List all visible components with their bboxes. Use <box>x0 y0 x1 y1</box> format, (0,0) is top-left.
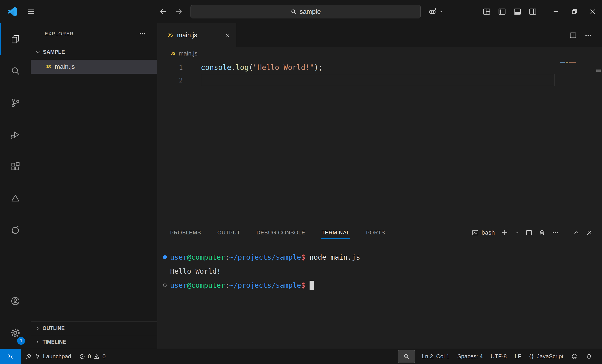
titlebar: sample <box>0 0 602 23</box>
outline-label: OUTLINE <box>43 325 65 331</box>
status-bar: Launchpad 0 0 <box>0 349 602 364</box>
circle-extension-icon[interactable] <box>0 214 31 246</box>
remote-indicator[interactable] <box>0 349 21 364</box>
customize-layout-icon[interactable] <box>482 7 491 16</box>
tab-mainjs[interactable]: JS main.js <box>157 23 236 47</box>
toggle-primary-sidebar-icon[interactable] <box>498 7 506 16</box>
sidebar-header: EXPLORER <box>31 23 157 44</box>
search-activity-icon[interactable] <box>0 55 31 87</box>
minimap-code-mark <box>560 62 565 63</box>
restore-button[interactable] <box>565 0 584 23</box>
search-icon <box>290 9 297 15</box>
line-number: 2 <box>157 74 189 87</box>
minimize-button[interactable] <box>547 0 565 23</box>
launchpad-item[interactable]: Launchpad <box>21 349 75 364</box>
file-item-mainjs[interactable]: JS main.js <box>31 60 157 74</box>
problems-item[interactable]: 0 0 <box>75 349 110 364</box>
forward-button[interactable] <box>175 8 183 16</box>
kill-terminal-trash-icon[interactable] <box>539 229 546 236</box>
accounts-icon[interactable] <box>0 285 31 317</box>
copilot-button[interactable] <box>428 7 443 16</box>
vscode-logo <box>8 7 18 17</box>
split-editor-icon[interactable] <box>569 31 577 39</box>
source-control-activity-icon[interactable] <box>0 87 31 119</box>
editor-scrollbar[interactable] <box>595 60 602 223</box>
timeline-section-header[interactable]: TIMELINE <box>31 335 157 349</box>
close-panel-icon[interactable] <box>586 229 593 236</box>
code-line-2-current <box>201 74 555 86</box>
breadcrumb[interactable]: JS main.js <box>157 47 602 60</box>
terminal-icon <box>472 229 479 236</box>
feedback-item[interactable] <box>567 353 582 360</box>
settings-badge: 1 <box>17 337 25 345</box>
editor-more-actions-icon[interactable] <box>584 32 592 39</box>
close-tab-icon[interactable] <box>225 32 230 38</box>
breadcrumb-item[interactable]: main.js <box>179 50 197 57</box>
close-window-button[interactable] <box>584 0 602 23</box>
triangle-extension-icon[interactable] <box>0 182 31 214</box>
maximize-panel-icon[interactable] <box>573 229 580 236</box>
panel-tab-output[interactable]: OUTPUT <box>217 223 240 242</box>
chevron-down-icon <box>439 10 443 14</box>
terminal-shell-chip[interactable]: bash <box>472 229 495 236</box>
warning-count: 0 <box>102 353 106 360</box>
code-line-1: console.log("Hello World!"); <box>189 61 558 74</box>
eol-item[interactable]: LF <box>511 353 525 360</box>
error-count: 0 <box>88 353 91 360</box>
terminal-line: Hello World! <box>163 264 602 278</box>
warning-icon <box>94 353 100 360</box>
chevron-down-icon <box>35 49 41 55</box>
encoding-item[interactable]: UTF-8 <box>487 353 511 360</box>
line-number-gutter: 1 2 <box>157 60 189 223</box>
terminal-dropdown-chevron-icon[interactable] <box>515 230 519 235</box>
panel-tab-problems[interactable]: PROBLEMS <box>170 223 201 242</box>
timeline-label: TIMELINE <box>43 339 66 345</box>
sidebar-bottom-sections: OUTLINE TIMELINE <box>31 321 157 349</box>
panel-tab-terminal[interactable]: TERMINAL <box>321 223 350 242</box>
js-file-icon: JS <box>168 33 173 38</box>
zoom-button[interactable] <box>398 350 415 363</box>
menu-icon[interactable] <box>27 8 35 16</box>
new-terminal-icon[interactable] <box>501 229 508 236</box>
notifications-item[interactable] <box>582 353 596 360</box>
folder-section-header[interactable]: SAMPLE <box>31 44 157 60</box>
minimap[interactable] <box>558 60 595 223</box>
sidebar-more-actions-icon[interactable] <box>139 30 146 37</box>
cursor-position-item[interactable]: Ln 2, Col 1 <box>418 353 454 360</box>
outline-section-header[interactable]: OUTLINE <box>31 321 157 335</box>
panel-tab-ports[interactable]: PORTS <box>366 223 385 242</box>
sidebar-title: EXPLORER <box>45 31 74 37</box>
panel-tab-debug-console[interactable]: DEBUG CONSOLE <box>257 223 305 242</box>
extensions-activity-icon[interactable] <box>0 150 31 182</box>
braces-icon: {} <box>529 353 534 360</box>
code-editor[interactable]: 1 2 console.log("Hello World!"); <box>157 60 602 223</box>
vscode-window: sample <box>0 0 602 364</box>
panel-more-actions-icon[interactable] <box>552 229 559 236</box>
toggle-secondary-sidebar-icon[interactable] <box>528 7 537 16</box>
editor-group: JS main.js JS main.js <box>157 23 602 349</box>
terminal-content[interactable]: user@computer:~/projects/sample$node mai… <box>157 242 602 349</box>
editor-tab-bar: JS main.js <box>157 23 602 47</box>
indentation-item[interactable]: Spaces: 4 <box>453 353 487 360</box>
launchpad-label: Launchpad <box>43 353 71 360</box>
activity-bar-spacer <box>0 246 31 285</box>
language-label: JavaScript <box>537 353 563 360</box>
minimap-code-mark <box>566 62 568 63</box>
prompt-decoration <box>163 284 167 287</box>
run-debug-activity-icon[interactable] <box>0 119 31 150</box>
copilot-icon <box>428 7 437 16</box>
js-file-icon: JS <box>171 51 176 56</box>
back-button[interactable] <box>159 8 167 16</box>
split-terminal-icon[interactable] <box>526 229 533 236</box>
bell-icon <box>586 353 592 360</box>
plug-icon <box>34 353 40 360</box>
chevron-right-icon <box>35 339 40 345</box>
command-center-search[interactable]: sample <box>191 5 421 18</box>
toggle-panel-icon[interactable] <box>513 7 522 16</box>
activity-bar: 1 <box>0 23 31 349</box>
terminal-line: user@computer:~/projects/sample$node mai… <box>163 250 602 264</box>
line-number: 1 <box>157 61 189 74</box>
explorer-activity-icon[interactable] <box>0 23 31 55</box>
settings-gear-icon[interactable]: 1 <box>0 317 31 349</box>
language-mode-item[interactable]: {} JavaScript <box>525 353 567 360</box>
